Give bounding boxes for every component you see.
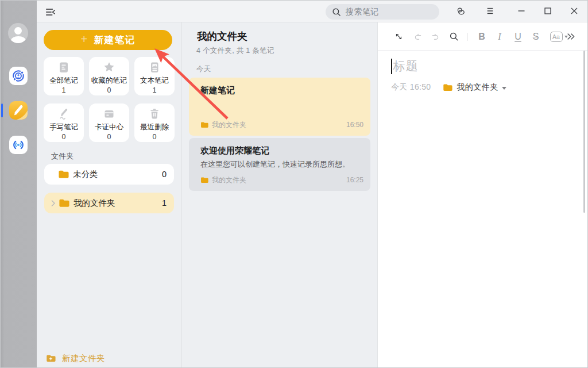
folder-count: 1 (162, 198, 167, 208)
folder-plus-icon (46, 354, 56, 362)
caret-down-icon (502, 87, 506, 90)
title-bar: 搜索笔记 (37, 0, 588, 22)
folder-row-my-folder[interactable]: 我的文件夹 1 (44, 193, 174, 213)
note-time: 16:50 (346, 121, 363, 129)
bold-icon: B (478, 32, 485, 42)
strikethrough-button[interactable]: S (531, 22, 541, 51)
category-count: 0 (44, 133, 84, 141)
note-card[interactable]: 欢迎使用荣耀笔记 在这里您可以创建笔记，快速记录所思所想。 我的文件夹 16:2… (189, 138, 370, 191)
redo-icon (431, 32, 440, 41)
new-folder-label: 新建文件夹 (62, 353, 105, 364)
rail-item-sync[interactable] (9, 67, 28, 85)
folder-icon (59, 198, 69, 208)
folder-row-uncategorized[interactable]: 未分类 0 (44, 164, 174, 185)
note-title-placeholder[interactable]: 标题 (393, 58, 419, 74)
note-title: 新建笔记 (200, 85, 235, 96)
text-note-icon (148, 60, 161, 74)
text-cursor (391, 59, 392, 74)
maximize-icon (544, 7, 551, 14)
sync-orbit-icon (11, 69, 25, 83)
note-card-selected[interactable]: 新建笔记 我的文件夹 16:50 (189, 78, 370, 136)
search-in-note-button[interactable] (448, 22, 459, 51)
search-input[interactable]: 搜索笔记 (326, 4, 439, 20)
close-icon (571, 7, 578, 14)
fullscreen-button[interactable] (393, 22, 404, 51)
category-grid: 全部笔记 1 收藏的笔记 0 文本笔记 1 (44, 57, 175, 142)
menu-icon (487, 7, 493, 14)
sidebar: + 新建笔记 全部笔记 1 收藏的笔记 0 (37, 22, 182, 368)
redo-button[interactable] (430, 22, 440, 51)
category-icon-wrap (134, 60, 175, 74)
note-title-row: 标题 (391, 58, 419, 74)
trash-icon (148, 107, 161, 121)
new-note-label: 新建笔记 (94, 34, 136, 47)
card-icon (102, 107, 116, 121)
note-preview: 在这里您可以创建笔记，快速记录所思所想。 (200, 159, 350, 170)
category-label: 手写笔记 (44, 122, 84, 132)
category-label: 最近删除 (134, 122, 175, 132)
sidebar-category-cards[interactable]: 卡证中心 0 (89, 103, 129, 142)
user-avatar[interactable] (8, 23, 28, 43)
all-notes-icon (57, 60, 71, 74)
cloud-sync-button[interactable] (452, 0, 469, 22)
note-folder: 我的文件夹 (212, 120, 346, 130)
editor-panel: B I U S Aa 标题 今天 16:50 (378, 22, 588, 368)
close-button[interactable] (566, 0, 582, 22)
category-label: 全部笔记 (44, 76, 84, 86)
underline-icon: U (514, 32, 521, 42)
folders-section-label: 文件夹 (51, 151, 74, 162)
collapse-sidebar-button[interactable] (46, 7, 55, 14)
undo-button[interactable] (412, 22, 423, 51)
folder-count: 0 (162, 170, 167, 179)
font-style-icon: Aa (550, 32, 563, 42)
editor-scrollbar[interactable] (583, 51, 585, 213)
active-app-indicator (1, 103, 3, 117)
category-icon-wrap (44, 107, 84, 121)
bold-button[interactable]: B (477, 22, 487, 51)
rail-item-notes[interactable] (9, 101, 28, 120)
folder-name: 未分类 (73, 169, 162, 180)
sidebar-category-handwriting[interactable]: 手写笔记 0 (44, 103, 84, 142)
new-folder-button[interactable]: 新建文件夹 (46, 350, 172, 366)
search-icon (449, 32, 459, 41)
folder-icon (200, 121, 208, 128)
handwriting-icon (57, 107, 71, 121)
category-count: 0 (89, 86, 129, 94)
folder-name: 我的文件夹 (74, 198, 162, 209)
category-label: 文本笔记 (134, 76, 175, 86)
avatar-person-icon (14, 27, 22, 34)
category-icon-wrap (89, 107, 129, 121)
folder-selector-label: 我的文件夹 (457, 82, 498, 93)
sidebar-category-text-notes[interactable]: 文本笔记 1 (134, 57, 175, 95)
minimize-icon (518, 10, 525, 12)
folder-icon (443, 83, 452, 91)
more-tools-button[interactable] (566, 22, 576, 51)
toolbar-divider (467, 33, 467, 41)
category-count: 1 (134, 86, 175, 94)
sidebar-category-starred[interactable]: 收藏的笔记 0 (89, 57, 129, 95)
underline-button[interactable]: U (513, 22, 523, 51)
rail-item-share[interactable] (9, 136, 28, 154)
note-title: 欢迎使用荣耀笔记 (200, 145, 269, 156)
note-list-subtitle: 4 个文件夹, 共 1 条笔记 (196, 46, 274, 56)
category-count: 0 (134, 133, 175, 141)
note-list-panel: 我的文件夹 4 个文件夹, 共 1 条笔记 今天 新建笔记 我的文件夹 16:5… (182, 22, 378, 368)
category-count: 0 (89, 133, 129, 141)
minimize-button[interactable] (513, 0, 529, 22)
sidebar-category-trash[interactable]: 最近删除 0 (134, 103, 175, 142)
note-time: 16:25 (346, 176, 363, 184)
menu-button[interactable] (482, 0, 498, 22)
note-list-title: 我的文件夹 (197, 29, 247, 43)
note-meta-time: 今天 16:50 (391, 82, 431, 93)
note-meta-row: 今天 16:50 我的文件夹 (391, 82, 506, 93)
note-card-footer: 我的文件夹 16:25 (200, 175, 363, 185)
category-label: 卡证中心 (89, 122, 129, 132)
folder-icon (200, 177, 208, 183)
strikethrough-icon: S (533, 32, 539, 42)
sidebar-category-all-notes[interactable]: 全部笔记 1 (44, 57, 84, 95)
new-note-button[interactable]: + 新建笔记 (44, 30, 172, 50)
maximize-button[interactable] (540, 0, 556, 22)
italic-button[interactable]: I (494, 22, 505, 51)
folder-selector[interactable]: 我的文件夹 (443, 82, 506, 93)
category-count: 1 (44, 86, 84, 94)
